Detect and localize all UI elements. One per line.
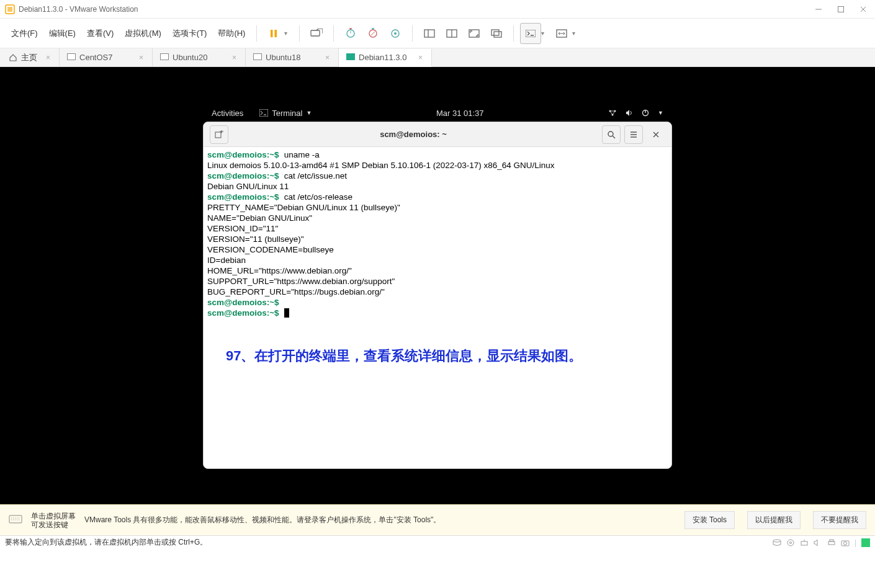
unity-button[interactable] (486, 23, 507, 44)
vm-icon (161, 55, 169, 60)
menu-button[interactable] (624, 125, 643, 144)
tab-home-label: 主页 (21, 52, 37, 63)
terminal-title: scm@demoios: ~ (228, 130, 598, 139)
infobar-hint-tools: VMware Tools 具有很多功能，能改善鼠标移动性、视频和性能。请登录客户… (84, 515, 672, 525)
svg-point-12 (394, 32, 397, 35)
menu-tabs[interactable]: 选项卡(T) (168, 25, 212, 42)
snapshot-manage-button[interactable] (385, 23, 406, 44)
terminal-icon (259, 109, 268, 117)
svg-rect-7 (275, 30, 277, 37)
menu-help[interactable]: 帮助(H) (213, 25, 250, 42)
svg-line-32 (612, 136, 615, 138)
terminal-out: SUPPORT_URL="https://www.debian.org/supp… (207, 277, 395, 286)
close-button[interactable] (859, 5, 868, 14)
app-logo (5, 4, 15, 14)
svg-rect-44 (801, 541, 807, 545)
separator (256, 25, 257, 42)
tab-centos7[interactable]: CentOS7 × (60, 48, 153, 66)
svg-rect-6 (271, 30, 273, 37)
view-single-button[interactable] (419, 23, 440, 44)
tab-label: CentOS7 (79, 53, 135, 62)
maximize-button[interactable] (837, 5, 845, 14)
svg-point-41 (773, 540, 781, 542)
menu-file[interactable]: 文件(F) (6, 25, 43, 42)
install-tools-button[interactable]: 安装 Tools (684, 511, 735, 529)
vm-icon (348, 55, 355, 60)
svg-rect-20 (526, 30, 536, 37)
terminal-cmd1: uname -a (284, 150, 320, 159)
volume-icon (626, 109, 633, 117)
new-tab-button[interactable] (210, 125, 228, 144)
window-title: Debian11.3.0 - VMware Workstation (19, 5, 814, 14)
separator (299, 25, 300, 42)
tab-close[interactable]: × (418, 53, 423, 62)
console-dropdown[interactable]: ▾ (541, 30, 547, 37)
terminal-cmd3: cat /etc/os-release (284, 192, 352, 202)
camera-icon[interactable] (841, 539, 850, 546)
tab-close[interactable]: × (139, 53, 143, 62)
terminal-out: HOME_URL="https://www.debian.org/" (207, 266, 352, 275)
tab-close[interactable]: × (325, 53, 330, 62)
svg-rect-1 (7, 7, 12, 12)
stretch-button[interactable] (551, 23, 572, 44)
home-icon (9, 53, 17, 62)
terminal-out: Debian GNU/Linux 11 (207, 182, 289, 191)
pause-dropdown[interactable]: ▾ (284, 30, 290, 37)
snapshot-take-button[interactable] (340, 23, 361, 44)
menu-view[interactable]: 查看(V) (82, 25, 119, 42)
vm-status-indicator[interactable] (861, 538, 870, 547)
tab-label: Ubuntu20 (173, 53, 228, 62)
keyboard-icon (9, 515, 22, 526)
gnome-appname: Terminal (272, 109, 302, 118)
svg-rect-8 (311, 30, 320, 36)
tab-debian11[interactable]: Debian11.3.0 × (339, 49, 432, 67)
gnome-appmenu[interactable]: Terminal ▼ (259, 109, 312, 118)
minimize-button[interactable] (814, 5, 823, 14)
terminal-body[interactable]: scm@demoios:~$ uname -a Linux demoios 5.… (204, 147, 671, 363)
tab-home-close[interactable]: × (46, 53, 50, 62)
vm-icon (68, 55, 76, 60)
svg-rect-46 (828, 541, 835, 545)
vm-display[interactable]: Activities Terminal ▼ Mar 31 01:37 ▼ scm… (0, 67, 875, 504)
remind-later-button[interactable]: 以后提醒我 (747, 511, 801, 529)
terminal-out: VERSION="11 (bullseye)" (207, 234, 304, 244)
terminal-out: PRETTY_NAME="Debian GNU/Linux 11 (bullse… (207, 203, 400, 212)
search-button[interactable] (602, 125, 621, 144)
gnome-clock[interactable]: Mar 31 01:37 (312, 109, 608, 118)
tabbar: 主页 × CentOS7 × Ubuntu20 × Ubuntu18 × Deb… (0, 48, 875, 67)
tab-ubuntu18[interactable]: Ubuntu18 × (246, 48, 339, 66)
snapshot-revert-button[interactable] (362, 23, 384, 44)
network-icon[interactable] (800, 539, 809, 546)
tab-label: Ubuntu18 (266, 53, 321, 62)
separator (412, 25, 413, 42)
printer-icon[interactable] (827, 539, 836, 546)
tab-ubuntu20[interactable]: Ubuntu20 × (153, 48, 246, 66)
terminal-out: VERSION_ID="11" (207, 224, 278, 233)
sound-icon[interactable] (814, 539, 822, 546)
chevron-down-icon: ▼ (658, 110, 663, 116)
gnome-activities[interactable]: Activities (212, 109, 243, 118)
never-remind-button[interactable]: 不要提醒我 (813, 511, 866, 529)
menu-edit[interactable]: 编辑(E) (44, 25, 81, 42)
menu-vm[interactable]: 虚拟机(M) (120, 25, 166, 42)
terminal-close-button[interactable] (647, 125, 665, 144)
cdrom-icon[interactable] (786, 539, 795, 546)
stretch-dropdown[interactable]: ▾ (572, 30, 578, 37)
snapshot-button[interactable] (306, 23, 327, 44)
pause-button[interactable] (263, 23, 284, 44)
tab-close[interactable]: × (232, 53, 236, 62)
disk-icon[interactable] (773, 539, 781, 546)
gnome-topbar: Activities Terminal ▼ Mar 31 01:37 ▼ (203, 104, 672, 122)
svg-rect-3 (838, 6, 844, 12)
console-button[interactable] (520, 23, 541, 44)
separator (333, 25, 334, 42)
svg-point-42 (787, 540, 794, 546)
fullscreen-button[interactable] (464, 23, 485, 44)
gnome-tray[interactable]: ▼ (608, 109, 663, 117)
infobar: 单击虚拟屏幕 可发送按键 VMware Tools 具有很多功能，能改善鼠标移动… (0, 504, 875, 535)
svg-rect-13 (424, 30, 434, 37)
tab-home[interactable]: 主页 × (0, 48, 60, 66)
svg-rect-47 (830, 540, 833, 541)
menubar: 文件(F) 编辑(E) 查看(V) 虚拟机(M) 选项卡(T) 帮助(H) ▾ … (0, 19, 875, 48)
view-multi-button[interactable] (441, 23, 462, 44)
